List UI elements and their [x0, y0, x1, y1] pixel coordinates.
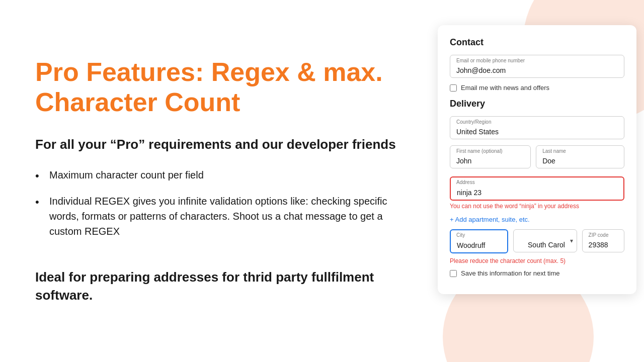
email-input[interactable] — [450, 55, 624, 78]
last-name-input[interactable] — [536, 145, 624, 168]
address-error: You can not use the word “ninja” in your… — [450, 203, 624, 210]
zip-group: ZIP code — [582, 229, 624, 253]
right-panel: Contact Email or mobile phone number Ema… — [438, 0, 644, 362]
email-checkbox-label: Email me with news and offers — [461, 84, 549, 92]
name-row: First name (optional) Last name — [450, 145, 624, 174]
contact-section-title: Contact — [450, 37, 624, 48]
first-name-group: First name (optional) — [450, 145, 531, 168]
first-name-input[interactable] — [450, 145, 531, 168]
address-group: Address You can not use the word “ninja”… — [450, 176, 624, 210]
save-checkbox[interactable] — [450, 270, 457, 277]
bullet-item-1: Maximum character count per field — [35, 167, 403, 183]
delivery-section-title: Delivery — [450, 99, 624, 109]
form-card: Contact Email or mobile phone number Ema… — [438, 25, 636, 294]
city-input[interactable] — [450, 229, 508, 253]
country-input[interactable] — [450, 116, 624, 139]
add-apartment-link[interactable]: + Add apartment, suite, etc. — [450, 216, 624, 223]
bullet-list: Maximum character count per field Indivi… — [35, 167, 403, 250]
last-name-group: Last name — [536, 145, 624, 168]
left-panel: Pro Features: Regex & max. Character Cou… — [0, 0, 438, 362]
email-group: Email or mobile phone number — [450, 55, 624, 78]
country-group: Country/Region — [450, 116, 624, 139]
city-error: Please reduce the character count (max. … — [450, 257, 624, 264]
city-state-zip-row: City State South Carolina ZIP code — [450, 229, 624, 259]
email-checkbox[interactable] — [450, 84, 457, 92]
save-checkbox-row: Save this information for next time — [450, 269, 624, 277]
email-checkbox-row: Email me with news and offers — [450, 84, 624, 92]
subtitle: For all your “Pro” requirements and our … — [35, 136, 403, 153]
save-checkbox-label: Save this information for next time — [461, 269, 560, 277]
state-select[interactable]: South Carolina — [513, 229, 577, 252]
main-title: Pro Features: Regex & max. Character Cou… — [35, 57, 403, 118]
state-group: State South Carolina — [513, 229, 577, 253]
city-group: City — [450, 229, 508, 253]
footer-text: Ideal for preparing addresses for thrid … — [35, 268, 403, 305]
state-select-wrapper: South Carolina — [513, 229, 577, 252]
bullet-item-2: Individual REGEX gives you infinite vali… — [35, 194, 403, 239]
address-input[interactable] — [450, 176, 624, 201]
zip-input[interactable] — [582, 229, 624, 252]
